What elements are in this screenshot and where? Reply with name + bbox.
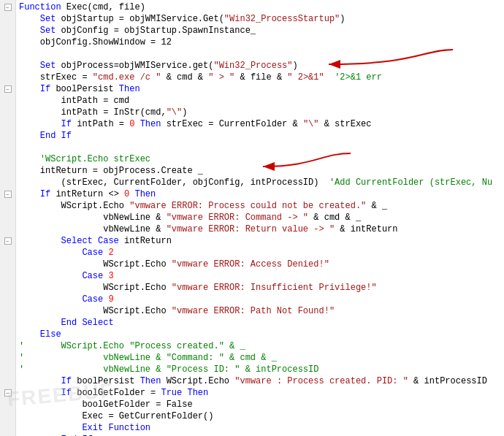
keyword-token: Set <box>40 25 56 37</box>
string-token: "Win32_ProcessStartup" <box>224 13 340 25</box>
code-line: Case 2 <box>19 247 504 259</box>
code-line: intReturn = objProcess.Create _ <box>19 165 504 177</box>
gutter-line <box>0 329 15 340</box>
plain-token: vbNewLine & <box>19 212 167 223</box>
plain-token: & cmd & <box>161 72 208 83</box>
keyword-token: End Select <box>61 317 114 329</box>
code-line: vbNewLine & "vmware ERROR: Return value … <box>19 223 504 235</box>
gutter-line <box>0 153 15 165</box>
plain-token: intReturn <> <box>50 188 124 200</box>
keyword-token: If <box>61 118 72 130</box>
gutter-line <box>0 247 15 259</box>
number-token: 0 <box>124 188 129 200</box>
plain-token: Exec(cmd, file) <box>61 1 145 13</box>
code-line <box>19 142 504 153</box>
string-token: "vmware ERROR: Path Not Found!" <box>172 305 335 317</box>
plain-token: objStartup = objWMIService.Get( <box>56 13 224 25</box>
code-line: Else <box>19 329 504 340</box>
code-line: ' WScript.Echo "Process created." & _ <box>19 340 504 352</box>
gutter-line <box>0 13 15 25</box>
code-editor: −−−−− Function Exec(cmd, file) Set objSt… <box>0 0 504 436</box>
gutter-line <box>0 352 15 364</box>
plain-token <box>19 118 61 130</box>
code-line: objConfig.ShowWindow = 12 <box>19 37 504 48</box>
string-token: "vmware ERROR: Process could not be crea… <box>129 200 366 212</box>
plain-token: objProcess=objWMIService.get( <box>56 60 213 72</box>
code-line: ' vbNewLine & "Command: " & cmd & _ <box>19 352 504 364</box>
plain-token <box>182 387 187 399</box>
plain-token: ) <box>293 60 298 72</box>
plain-token: WScript.Echo <box>19 282 172 294</box>
gutter-line <box>0 282 15 294</box>
gutter-line <box>0 317 15 329</box>
gutter-line <box>0 95 15 107</box>
plain-token <box>19 329 40 340</box>
string-token: "vmware ERROR: Command -> " <box>167 212 308 223</box>
gutter-line <box>0 259 15 270</box>
code-line: If intPath = 0 Then strExec = CurrentFol… <box>19 118 504 130</box>
code-line: WScript.Echo "vmware ERROR: Insufficient… <box>19 282 504 294</box>
number-token: 0 <box>129 118 134 130</box>
comment-token: ' vbNewLine & "Process ID: " & intProces… <box>19 364 318 375</box>
gutter-line <box>0 25 15 37</box>
plain-token <box>19 130 40 142</box>
string-token: "Win32_Process" <box>213 60 292 72</box>
gutter-line <box>0 142 15 153</box>
plain-token <box>19 60 40 72</box>
plain-token <box>103 270 108 282</box>
plain-token: strExec = <box>19 72 93 83</box>
gutter-line <box>0 107 15 118</box>
string-token: "vmware : Process created. PID: " <box>234 375 408 387</box>
keyword-token: End If <box>40 130 72 142</box>
collapse-icon[interactable]: − <box>4 191 12 198</box>
gutter-line <box>0 48 15 60</box>
string-token: "\" <box>167 107 183 118</box>
number-token: 9 <box>108 294 113 305</box>
collapse-icon[interactable]: − <box>4 4 12 11</box>
gutter-line <box>0 72 15 83</box>
plain-token: ) <box>182 107 187 118</box>
plain-token <box>19 294 82 305</box>
code-line: Set objStartup = objWMIService.Get("Win3… <box>19 13 504 25</box>
comment-token: ' WScript.Echo "Process created." & _ <box>19 340 245 352</box>
plain-token: & _ <box>366 200 387 212</box>
comment-token: 'Add CurrentFolder (strExec, Nu <box>329 177 492 188</box>
keyword-token: Exit Function <box>82 422 150 434</box>
gutter-line <box>0 37 15 48</box>
number-token: 2 <box>108 247 113 259</box>
gutter-line <box>0 130 15 142</box>
code-line: ' vbNewLine & "Process ID: " & intProces… <box>19 364 504 375</box>
plain-token: intPath = cmd <box>19 95 129 107</box>
collapse-icon[interactable]: − <box>4 85 12 93</box>
plain-token: ) <box>340 13 345 25</box>
keyword-token: Select Case <box>61 235 119 247</box>
gutter-line <box>0 177 15 188</box>
plain-token <box>19 188 40 200</box>
gutter-line <box>0 340 15 352</box>
keyword-token: Then <box>187 387 208 399</box>
gutter-line <box>0 212 15 223</box>
keyword-token: Case <box>82 294 103 305</box>
plain-token <box>19 422 82 434</box>
plain-token <box>19 270 82 282</box>
code-line: WScript.Echo "vmware ERROR: Access Denie… <box>19 259 504 270</box>
collapse-icon[interactable]: − <box>4 237 12 245</box>
plain-token <box>103 294 108 305</box>
number-token: 3 <box>108 270 113 282</box>
string-token: " > " <box>208 72 234 83</box>
gutter-line <box>0 410 15 422</box>
plain-token <box>19 13 40 25</box>
gutter-line <box>0 364 15 375</box>
string-token: "vmware ERROR: Insufficient Privilege!" <box>172 282 377 294</box>
plain-token: & file & <box>234 72 287 83</box>
string-token: "vmware ERROR: Access Denied!" <box>172 259 329 270</box>
plain-token <box>103 247 108 259</box>
comment-token: ' vbNewLine & "Command: " & cmd & _ <box>19 352 277 364</box>
keyword-token: If <box>40 83 50 95</box>
plain-token: & intProcessID <box>408 375 487 387</box>
plain-token <box>19 83 40 95</box>
keyword-token: Set <box>40 13 56 25</box>
code-line: Exit Function <box>19 422 504 434</box>
string-token: "\" <box>303 118 319 130</box>
plain-token: strExec = CurrentFolder & <box>161 118 302 130</box>
